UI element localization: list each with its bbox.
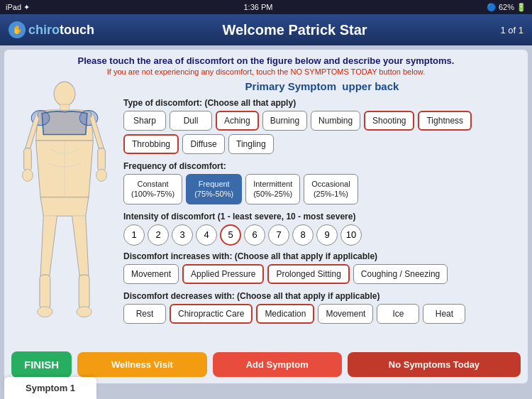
frequency-section: Frequency of discomfort: Constant(100%-7…: [123, 161, 521, 206]
logo-text: chirotouch: [28, 23, 94, 38]
intensity-section: Intensity of discomfort (1 - least sever…: [123, 212, 521, 246]
logo-icon: ✋: [9, 21, 26, 38]
header: ✋ chirotouch Welcome Patrick Star 1 of 1: [0, 14, 532, 45]
primary-symptom-title: Primary Symptom upper back: [123, 80, 521, 92]
svg-point-11: [77, 307, 92, 317]
instruction-sub-text: If you are not experiencing any discomfo…: [11, 67, 521, 76]
num-9[interactable]: 9: [316, 224, 338, 246]
symptom-tab[interactable]: Symptom 1: [4, 377, 96, 399]
decreases-section: Discomfort decreases with: (Choose all t…: [123, 291, 521, 325]
btn-occasional[interactable]: Occasional(25%-1%): [304, 174, 358, 204]
main-panel: Please touch the area of discomfort on t…: [4, 50, 528, 383]
body-figure[interactable]: [11, 80, 118, 325]
btn-tingling[interactable]: Tingling: [228, 134, 274, 154]
btn-shooting[interactable]: Shooting: [364, 111, 414, 131]
increases-label: Discomfort increases with: (Choose all t…: [123, 251, 521, 261]
btn-burning[interactable]: Burning: [262, 111, 307, 131]
btn-ice[interactable]: Ice: [377, 304, 419, 324]
btn-movement-dec[interactable]: Movement: [318, 304, 373, 324]
num-4[interactable]: 4: [196, 224, 217, 246]
btn-applied-pressure[interactable]: Applied Pressure: [182, 264, 264, 284]
svg-point-6: [23, 169, 33, 181]
num-10[interactable]: 10: [340, 224, 362, 246]
discomfort-type-section: Type of discomfort: (Choose all that app…: [123, 98, 521, 155]
increases-buttons: Movement Applied Pressure Prolonged Sitt…: [123, 264, 521, 284]
btn-intermittent[interactable]: Intermittent(50%-25%): [245, 174, 300, 204]
right-panel: Primary Symptom upper back Type of disco…: [123, 80, 521, 325]
header-title: Welcome Patrick Star: [94, 22, 495, 38]
btn-constant[interactable]: Constant(100%-75%): [123, 174, 182, 204]
logo: ✋ chirotouch: [9, 21, 94, 38]
num-6[interactable]: 6: [244, 224, 265, 246]
num-5[interactable]: 5: [220, 224, 241, 246]
decreases-buttons: Rest Chiropractic Care Medication Moveme…: [123, 304, 521, 324]
status-time: 1:36 PM: [243, 3, 272, 11]
svg-point-7: [96, 169, 107, 181]
decreases-label: Discomfort decreases with: (Choose all t…: [123, 291, 521, 301]
btn-medication[interactable]: Medication: [256, 304, 314, 324]
body-diagram[interactable]: [15, 80, 114, 322]
btn-prolonged-sitting[interactable]: Prolonged Sitting: [267, 264, 349, 284]
num-3[interactable]: 3: [172, 224, 193, 246]
btn-diffuse[interactable]: Diffuse: [182, 134, 225, 154]
btn-numbing[interactable]: Numbing: [311, 111, 360, 131]
discomfort-type-buttons: Sharp Dull Aching Burning Numbing Shooti…: [123, 111, 521, 154]
add-symptom-button[interactable]: Add Symptom: [213, 352, 342, 377]
btn-sharp[interactable]: Sharp: [123, 111, 166, 131]
page-indicator: 1 of 1: [495, 25, 523, 35]
increases-section: Discomfort increases with: (Choose all t…: [123, 251, 521, 285]
num-2[interactable]: 2: [148, 224, 169, 246]
svg-rect-8: [40, 275, 50, 309]
btn-aching[interactable]: Aching: [216, 111, 259, 131]
intensity-numbers: 1 2 3 4 5 6 7 8 9 10: [123, 224, 521, 246]
svg-rect-9: [79, 275, 89, 309]
svg-rect-4: [24, 148, 32, 171]
frequency-label: Frequency of discomfort:: [123, 161, 521, 171]
btn-chiropractic-care[interactable]: Chiropractic Care: [170, 304, 253, 324]
finish-button[interactable]: FINISH: [11, 351, 72, 378]
num-7[interactable]: 7: [268, 224, 289, 246]
btn-coughing[interactable]: Coughing / Sneezing: [353, 264, 448, 284]
btn-dull[interactable]: Dull: [170, 111, 212, 131]
bottom-bar: FINISH Wellness Visit Add Symptom No Sym…: [11, 351, 521, 378]
svg-point-0: [54, 82, 75, 106]
btn-throbbing[interactable]: Throbbing: [123, 134, 179, 154]
status-right: 🔵 62% 🔋: [487, 3, 526, 12]
content-area: Primary Symptom upper back Type of disco…: [11, 80, 521, 325]
btn-rest[interactable]: Rest: [123, 304, 166, 324]
btn-tightness[interactable]: Tightness: [418, 111, 472, 131]
svg-point-10: [38, 307, 52, 317]
frequency-buttons: Constant(100%-75%) Frequent(75%-50%) Int…: [123, 174, 521, 204]
num-8[interactable]: 8: [292, 224, 314, 246]
btn-movement-inc[interactable]: Movement: [123, 264, 179, 284]
discomfort-type-label: Type of discomfort: (Choose all that app…: [123, 98, 521, 108]
wellness-visit-button[interactable]: Wellness Visit: [77, 352, 206, 377]
intensity-label: Intensity of discomfort (1 - least sever…: [123, 212, 521, 222]
btn-frequent[interactable]: Frequent(75%-50%): [186, 174, 242, 204]
status-bar: iPad ✦ 1:36 PM 🔵 62% 🔋: [0, 0, 532, 14]
btn-heat[interactable]: Heat: [423, 304, 465, 324]
num-1[interactable]: 1: [123, 224, 145, 246]
status-left: iPad ✦: [6, 3, 30, 12]
no-symptoms-button[interactable]: No Symptoms Today: [348, 352, 521, 377]
instruction-text: Please touch the area of discomfort on t…: [11, 55, 521, 66]
svg-rect-5: [98, 148, 106, 171]
